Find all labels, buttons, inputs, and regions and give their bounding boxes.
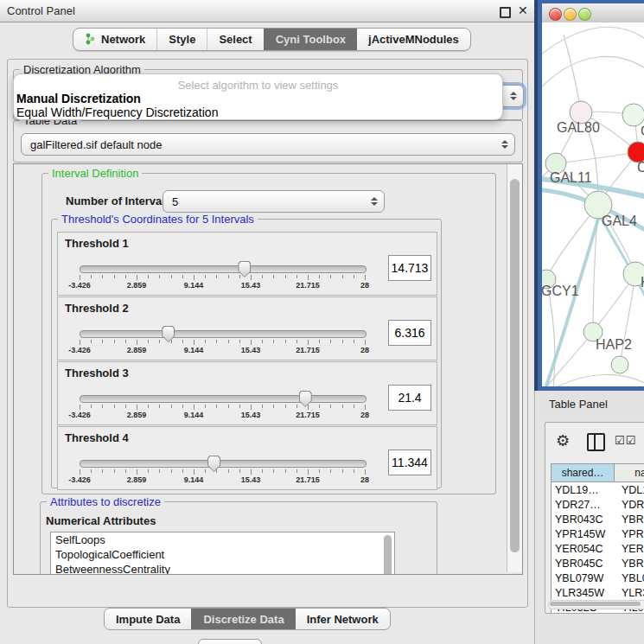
table-panel: ⚙ ☑☑ shared…na YDL19…YDL1YDR27…YDR2YBR04… xyxy=(545,422,644,614)
dropdown-option-manual-discretization[interactable]: Manual Discretization xyxy=(16,92,141,105)
column-layout-icon[interactable] xyxy=(587,433,605,451)
close-traffic-light[interactable] xyxy=(549,8,562,21)
network-node-label: G xyxy=(641,124,644,138)
top-tab-bar: Network Style Select Cyni Toolbox jActiv… xyxy=(73,28,471,51)
tab-cyni-toolbox[interactable]: Cyni Toolbox xyxy=(264,29,357,50)
close-icon[interactable]: ✕ xyxy=(518,3,528,17)
attribute-list-item[interactable]: SelfLoops xyxy=(51,532,394,547)
table-column-header[interactable]: shared… xyxy=(552,464,615,481)
network-graph: GAL80GCGAL11GAL4GCY1HHAP2 xyxy=(542,22,644,386)
network-canvas[interactable]: GAL80GCGAL11GAL4GCY1HHAP2 xyxy=(542,22,644,386)
network-edge xyxy=(553,374,644,386)
threshold-panel: Threshold 4-3.4262.8599.14415.4321.71528… xyxy=(57,426,437,490)
dropdown-hint: Select algorithm to view settings xyxy=(14,79,502,92)
numerical-attributes-list[interactable]: SelfLoopsTopologicalCoefficientBetweenne… xyxy=(50,532,395,575)
table-row[interactable]: YPR145WYPR1 xyxy=(552,526,644,541)
window-title: Control Panel xyxy=(7,4,75,17)
attribute-list-item[interactable]: BetweennessCentrality xyxy=(51,562,394,575)
slider-axis-labels: -3.4262.8599.14415.4321.71528 xyxy=(80,411,365,420)
network-window-titlebar xyxy=(542,3,644,23)
gear-icon[interactable]: ⚙ xyxy=(556,431,570,450)
attribute-list-item[interactable]: TopologicalCoefficient xyxy=(51,547,394,562)
network-node[interactable] xyxy=(611,356,628,373)
tab-style[interactable]: Style xyxy=(156,29,207,50)
tab-label: Network xyxy=(101,33,145,46)
stepper-icon xyxy=(501,134,508,155)
threshold-value-field[interactable]: 21.4 xyxy=(388,385,431,411)
threshold-value-field[interactable]: 14.713 xyxy=(388,255,431,281)
table-row[interactable]: YDR27…YDR2 xyxy=(552,497,644,512)
dropdown-option-equal-width-frequency[interactable]: Equal Width/Frequency Discretization xyxy=(16,105,218,119)
threshold-slider[interactable] xyxy=(80,330,367,338)
table-row[interactable]: YBR045CYBR0 xyxy=(552,556,644,571)
table-row[interactable]: YBL079WYBL0 xyxy=(552,571,644,585)
attributes-group: Attributes to discretize Numerical Attri… xyxy=(40,501,437,575)
slider-axis-labels: -3.4262.8599.14415.4321.71528 xyxy=(80,475,365,485)
table-data-combobox[interactable]: galFiltered.sif default node xyxy=(21,133,515,156)
threshold-label: Threshold 1 xyxy=(65,237,129,250)
stepper-icon xyxy=(510,86,517,106)
slider-ticks xyxy=(80,405,365,410)
slider-axis-labels: -3.4262.8599.14415.4321.71528 xyxy=(80,346,365,355)
table-row[interactable]: YDL19…YDL1 xyxy=(552,482,644,497)
table-cell: YBR0 xyxy=(618,512,644,526)
tab-label: jActiveMNodules xyxy=(368,33,459,46)
network-edge xyxy=(542,56,644,86)
network-node-label: HAP2 xyxy=(596,337,632,352)
table-column-header[interactable]: na xyxy=(615,464,644,481)
stepper-icon xyxy=(371,191,378,212)
bottom-tab-bar: Impute Data Discretize Data Infer Networ… xyxy=(104,608,391,630)
table-data-group: Table Data galFiltered.sif default node xyxy=(13,120,523,163)
table-data-combobox-value: galFiltered.sif default node xyxy=(30,138,162,151)
network-node-label: GAL80 xyxy=(557,120,600,135)
table-body: YDL19…YDL1YDR27…YDR2YBR043CYBR0YPR145WYP… xyxy=(552,482,644,614)
table-cell: YLR345W xyxy=(552,585,618,600)
apply-button[interactable]: Apply xyxy=(198,639,262,644)
tab-label: Style xyxy=(169,33,195,46)
table-cell: YPR145W xyxy=(552,526,618,541)
tab-select[interactable]: Select xyxy=(207,29,263,50)
tab-jactivemnodules[interactable]: jActiveMNodules xyxy=(357,29,470,50)
table-cell: YDL1 xyxy=(618,482,644,497)
number-of-intervals-combobox[interactable]: 5 xyxy=(163,190,385,213)
zoom-traffic-light[interactable] xyxy=(578,8,591,21)
slider-ticks xyxy=(80,275,365,280)
table-header-row: shared…na xyxy=(552,464,644,482)
table-cell: YLR3 xyxy=(618,585,644,600)
table-cell: YER054C xyxy=(552,541,618,556)
table-row[interactable]: YLR345WYLR3 xyxy=(552,585,644,600)
tab-infer-network[interactable]: Infer Network xyxy=(296,609,390,629)
table-row[interactable]: YBR043CYBR0 xyxy=(552,512,644,526)
node-table: shared…na YDL19…YDL1YDR27…YDR2YBR043CYBR… xyxy=(551,463,644,614)
threshold-value-field[interactable]: 6.316 xyxy=(388,320,431,346)
table-hscrollbar-thumb[interactable] xyxy=(550,602,641,606)
network-icon xyxy=(85,33,96,46)
table-row[interactable]: YER054CYER0 xyxy=(552,541,644,556)
network-edge-highlighted xyxy=(545,216,599,386)
table-hscrollbar-track[interactable] xyxy=(548,600,644,609)
interval-definition-group: Interval Definition Number of Intervals … xyxy=(41,173,496,494)
network-node-label: GCY1 xyxy=(542,284,579,298)
table-panel-header: Table Panel xyxy=(535,391,644,417)
threshold-slider[interactable] xyxy=(80,265,367,273)
algorithm-dropdown-popup: Select algorithm to view settings Manual… xyxy=(13,73,503,120)
network-node-label: C xyxy=(637,160,644,175)
table-cell: YBL079W xyxy=(552,571,618,585)
network-edge xyxy=(556,152,638,163)
slider-ticks xyxy=(80,340,365,345)
tab-discretize-data[interactable]: Discretize Data xyxy=(191,609,295,629)
tab-network[interactable]: Network xyxy=(73,29,156,50)
table-cell: YPR1 xyxy=(618,526,644,541)
checkbox-icons[interactable]: ☑☑ xyxy=(615,434,636,447)
threshold-value-field[interactable]: 11.344 xyxy=(388,450,431,475)
panel-scrollbar-track[interactable] xyxy=(507,164,522,572)
threshold-slider[interactable] xyxy=(80,460,367,468)
minimize-traffic-light[interactable] xyxy=(564,8,577,21)
network-edge xyxy=(546,332,593,386)
threshold-slider[interactable] xyxy=(80,395,367,403)
tab-impute-data[interactable]: Impute Data xyxy=(105,609,191,629)
list-scrollbar-thumb[interactable] xyxy=(384,535,392,575)
float-window-icon[interactable] xyxy=(500,7,511,18)
panel-scrollbar-thumb[interactable] xyxy=(510,179,520,552)
slider-ticks xyxy=(80,469,365,475)
